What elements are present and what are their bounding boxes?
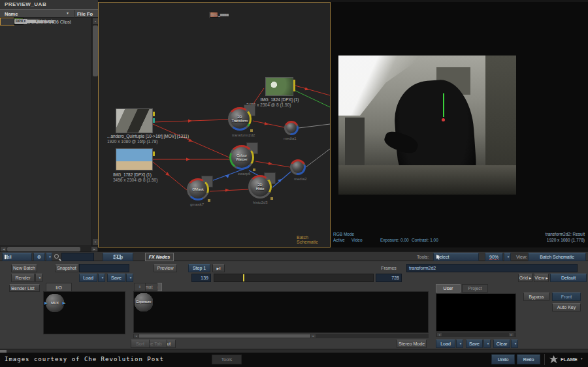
scroll-right-icon[interactable]: ▸ (311, 334, 316, 338)
step-dropdown[interactable]: Step 1 (188, 264, 210, 272)
save-dropdown[interactable]: ▼ (126, 274, 133, 282)
transport-controls: ‖◀↓◀[◀↓◀◀◀‖‖▶▶▶↓▶]▶↓▶‖ (212, 264, 374, 272)
tab-user[interactable]: User (436, 284, 461, 293)
tab-io[interactable]: I/O (46, 283, 72, 291)
name-column-header[interactable]: Name (5, 11, 18, 17)
redo-button[interactable]: Redo ▼ (517, 355, 540, 364)
node-gmask[interactable]: GMask (187, 178, 209, 200)
io-node-mux[interactable]: MUX▶▶ (46, 294, 64, 312)
chevron-right-icon: ▸ (12, 286, 14, 291)
scroll-down-icon[interactable]: ▼ (93, 239, 98, 245)
scroll-right-icon[interactable]: ▸ (509, 333, 514, 336)
format-column-header[interactable]: File Fo (77, 11, 93, 17)
scroll-left-icon[interactable]: ◀ (1, 247, 7, 251)
save-button[interactable]: Save (107, 274, 125, 282)
two-up-view-button[interactable]: 2-Up (103, 253, 133, 261)
vertical-scrollbar[interactable]: ▲ ▼ (91, 18, 98, 246)
clip-node-img1782[interactable] (116, 148, 153, 170)
view-mode-dropdown[interactable]: Batch Schematic (528, 253, 586, 261)
user-bin-scrollbar[interactable]: ◂ ▸ (436, 332, 516, 337)
scrollbar-thumb[interactable] (93, 25, 98, 76)
view-menu-button[interactable]: View ▸ (534, 274, 549, 282)
user-bin-area[interactable] (436, 293, 516, 332)
timeline-slider[interactable] (214, 274, 374, 282)
tool-select-dropdown[interactable]: Select (433, 253, 479, 261)
image-viewer[interactable]: RGB Mode Active Video Exposure: 0.00 Con… (331, 2, 588, 247)
batch-schematic-canvas[interactable]: IMG_0136IMG_0281IMG_0290IMG_1104IMG_1580… (98, 2, 331, 247)
default-layout-dropdown[interactable]: Default (550, 274, 587, 282)
node-2d-transform[interactable]: 2D Transform (228, 107, 252, 131)
clip-node-img1824[interactable] (265, 77, 293, 96)
zoom-dropdown[interactable]: ▼ (504, 253, 511, 261)
tab-fx-nodes[interactable]: FX Nodes ▸ (145, 253, 174, 261)
clip-output-tab[interactable] (153, 152, 155, 156)
load-button[interactable]: Load (79, 274, 97, 282)
clip-output-tab[interactable] (153, 118, 155, 123)
chevron-down-icon: ▼ (507, 255, 510, 259)
node-label: 2D Transform (230, 109, 250, 129)
clip-node-quintuple[interactable] (116, 108, 153, 133)
sort-button[interactable]: Sort (131, 340, 150, 348)
auto-key-button[interactable]: Auto Key (552, 303, 581, 311)
bin-load-button[interactable]: Load (436, 340, 455, 348)
layout-select[interactable]: Tall (2, 253, 32, 261)
snapshot-button[interactable]: Snapshot (55, 264, 78, 272)
scroll-right-icon[interactable]: ▶ (91, 247, 97, 251)
grid-menu-button[interactable]: Grid ▸ (518, 274, 532, 282)
start-frame-field[interactable]: 139 (191, 274, 211, 282)
module-tabs: MediaHubConformTimelineBatchTools (212, 355, 388, 364)
preview-button[interactable]: Preview (154, 264, 177, 272)
clip-output-tab[interactable] (293, 80, 295, 91)
undo-button[interactable]: Undo ▼ (491, 355, 515, 364)
settings-button[interactable]: ⚙ (33, 253, 45, 261)
tab-tools[interactable]: Tools (212, 355, 242, 364)
scrollbar-thumb[interactable] (7, 247, 80, 251)
settings-dropdown[interactable]: ▼ (46, 253, 52, 261)
search-input[interactable] (61, 253, 94, 261)
current-node-field[interactable]: transform2d2 (406, 264, 578, 272)
side-menu-render-list[interactable]: Render List▸ (9, 284, 40, 292)
node-colour-warper[interactable]: Colour Warper (229, 145, 254, 170)
credit-text: Images courtesy of Che Revolution Post (5, 356, 164, 362)
end-frame-field[interactable]: 728 (376, 274, 402, 282)
transform-center-marker[interactable] (442, 118, 445, 121)
clip-caption: IMG_1824 [DPX] (1) 3456 x 2304 @ 8 (1.50… (246, 97, 313, 103)
clip-output-tab[interactable] (153, 112, 155, 116)
front-dropdown[interactable]: Front (552, 293, 581, 301)
app-menu[interactable]: FLAME (561, 357, 578, 362)
node-media2[interactable] (290, 159, 306, 175)
load-dropdown[interactable]: ▼ (98, 274, 105, 282)
bin-clear-button[interactable]: Clear (493, 340, 510, 348)
tab-+[interactable]: + (134, 283, 146, 291)
node-media1[interactable] (284, 121, 299, 135)
render-dropdown[interactable]: ▼ (35, 274, 42, 282)
snapshot-name-input[interactable] (79, 264, 129, 272)
zoom-level-field[interactable]: 90% (485, 253, 503, 261)
stereo-mode-button[interactable]: Stereo Mode (397, 340, 427, 348)
bin-save-dropdown[interactable]: ▼ (483, 340, 491, 348)
playhead[interactable] (243, 274, 244, 281)
node-button[interactable]: Exposure (135, 293, 153, 311)
schematic-stack-item[interactable]: IMG_3921 (209, 12, 212, 18)
bin-layout-buttons: Load Bin LayoutSave Bin LayoutReset Bin … (131, 340, 366, 348)
bin-save-button[interactable]: Save (466, 340, 483, 348)
scroll-up-icon[interactable]: ▲ (93, 18, 98, 24)
scroll-left-icon[interactable]: ◂ (134, 334, 139, 338)
horizontal-scrollbar[interactable]: ◀ ▶ (0, 246, 98, 251)
tab-project[interactable]: Project (462, 284, 488, 293)
transport-button[interactable]: ▶‖ (212, 264, 225, 272)
bypass-button[interactable]: Bypass (523, 293, 549, 301)
format-badge: DPX (14, 19, 24, 24)
bin-load-dropdown[interactable]: ▼ (456, 340, 463, 348)
column-divider[interactable] (74, 10, 74, 18)
new-batch-button[interactable]: New Batch (11, 264, 37, 272)
bin-clear-dropdown[interactable]: ▼ (511, 340, 518, 348)
scrollbar-thumb[interactable] (139, 334, 310, 338)
node-bin-scrollbar[interactable]: ◂ ▸ (133, 334, 429, 338)
transform-axis-marker[interactable] (443, 93, 444, 117)
render-button[interactable]: Render (11, 274, 35, 282)
node-2d-histo[interactable]: 2D Histo (248, 175, 272, 199)
chevron-right-icon: ▸ (159, 255, 161, 259)
browser-row[interactable]: IMG_5933DPX (0, 18, 14, 25)
scroll-left-icon[interactable]: ◂ (437, 333, 442, 336)
